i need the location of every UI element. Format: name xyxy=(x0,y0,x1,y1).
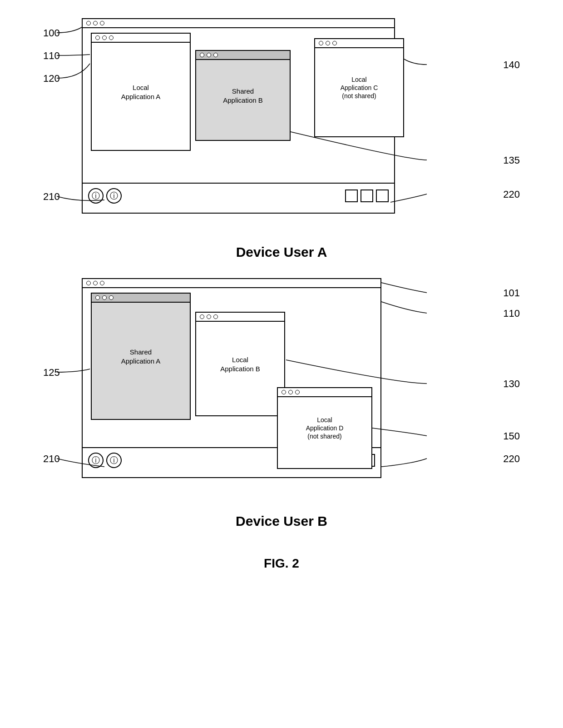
taskbar-a-right xyxy=(345,189,389,202)
dot3 xyxy=(213,314,218,319)
ref-135: 135 xyxy=(503,155,520,166)
ref-101: 101 xyxy=(503,287,520,299)
dot3 xyxy=(109,295,114,300)
taskbar-a-left: ⓘ ⓘ xyxy=(88,188,122,204)
dot1 xyxy=(86,281,91,285)
local-app-c-window: LocalApplication C(not shared) xyxy=(314,38,404,137)
win-icon-a2 xyxy=(361,189,373,202)
ref-130: 130 xyxy=(503,378,520,390)
caption-b: Device User B xyxy=(236,514,327,529)
app-a-bar-b xyxy=(92,294,190,303)
local-app-b-window: LocalApplication B xyxy=(195,312,285,416)
diagram-a-wrapper: 100 110 120 210 140 135 220 xyxy=(82,18,481,236)
caption-a: Device User A xyxy=(236,244,327,260)
user-icon-a1: ⓘ xyxy=(88,188,104,204)
diagram-b: 125 210 101 110 130 150 220 xyxy=(27,278,536,529)
ref-210-a: 210 xyxy=(43,191,60,203)
user-icon-b2: ⓘ xyxy=(106,453,122,468)
ref-150: 150 xyxy=(503,430,520,442)
ref-140: 140 xyxy=(503,59,520,71)
dot2 xyxy=(93,281,98,285)
dot1 xyxy=(200,53,204,57)
ref-125: 125 xyxy=(43,367,60,379)
app-b-bar-b xyxy=(196,313,284,322)
user-icon-a2: ⓘ xyxy=(106,188,122,204)
local-app-c-label: LocalApplication C(not shared) xyxy=(315,75,403,100)
win-icon-a3 xyxy=(376,189,389,202)
app-c-bar xyxy=(315,39,403,48)
dot2 xyxy=(207,53,211,57)
fig-label: FIG. 2 xyxy=(264,556,299,571)
dot3 xyxy=(295,390,300,394)
local-app-d-window: LocalApplication D(not shared) xyxy=(277,387,372,469)
app-d-bar xyxy=(278,388,371,397)
device-bar-b xyxy=(83,279,380,288)
shared-app-b-label: SharedApplication B xyxy=(196,87,290,105)
dot3 xyxy=(109,35,114,40)
ref-220-a: 220 xyxy=(503,189,520,200)
dot3 xyxy=(213,53,218,57)
local-app-b-label: LocalApplication B xyxy=(196,355,284,373)
local-app-a-label: LocalApplication A xyxy=(92,83,190,101)
ref-220-b: 220 xyxy=(503,453,520,465)
dot3 xyxy=(100,281,104,285)
dot1 xyxy=(282,390,286,394)
ref-110-a: 110 xyxy=(43,50,60,62)
dot1 xyxy=(95,295,100,300)
dot1 xyxy=(95,35,100,40)
local-app-a-window: LocalApplication A xyxy=(91,33,191,151)
ref-120: 120 xyxy=(43,73,60,85)
dot1 xyxy=(200,314,204,319)
shared-app-b-window: SharedApplication B xyxy=(195,50,291,141)
ref-210-b: 210 xyxy=(43,453,60,465)
shared-app-a-label: SharedApplication A xyxy=(92,348,190,365)
dot2 xyxy=(93,21,98,25)
user-icon-b1: ⓘ xyxy=(88,453,104,468)
dot3 xyxy=(332,41,337,45)
win-icon-a1 xyxy=(345,189,358,202)
ref-110-b: 110 xyxy=(503,308,520,319)
dot2 xyxy=(102,35,107,40)
dot2 xyxy=(207,314,211,319)
taskbar-a: ⓘ ⓘ xyxy=(83,183,394,208)
diagram-a: 100 110 120 210 140 135 220 xyxy=(27,18,536,260)
dot2 xyxy=(102,295,107,300)
local-app-d-label: LocalApplication D(not shared) xyxy=(278,416,371,441)
app-a-bar xyxy=(92,34,190,43)
dot1 xyxy=(319,41,323,45)
dot1 xyxy=(86,21,91,25)
shared-app-a-window: SharedApplication A xyxy=(91,293,191,420)
dot3 xyxy=(100,21,104,25)
dot2 xyxy=(326,41,330,45)
taskbar-b-left: ⓘ ⓘ xyxy=(88,453,122,468)
device-bar-a xyxy=(83,19,394,28)
dot2 xyxy=(288,390,293,394)
app-b-bar xyxy=(196,51,290,60)
diagram-b-wrapper: 125 210 101 110 130 150 220 xyxy=(82,278,481,505)
ref-100: 100 xyxy=(43,27,60,39)
